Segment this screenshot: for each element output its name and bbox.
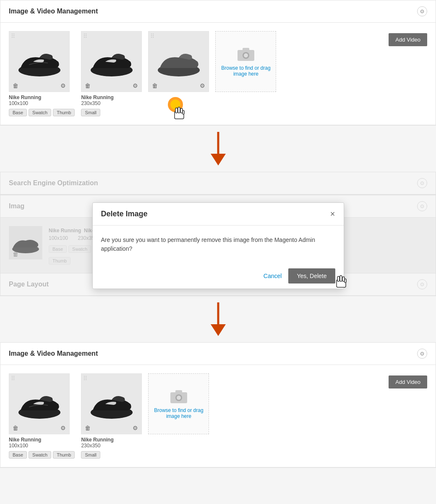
add-video-container-top: Add Video bbox=[389, 31, 427, 46]
image-placeholder-top[interactable]: Browse to find or drag image here bbox=[215, 31, 276, 92]
modal-body-text: Are you sure you want to permanently rem… bbox=[101, 236, 315, 252]
bot-tag-small-2: Small bbox=[81, 451, 100, 459]
bot-drag-handle-2[interactable] bbox=[83, 375, 87, 381]
svg-rect-19 bbox=[340, 276, 342, 281]
top-section-toggle[interactable]: ⊙ bbox=[417, 6, 427, 16]
arrow-down-1 bbox=[211, 132, 226, 165]
svg-rect-13 bbox=[243, 48, 249, 51]
modal-footer: Cancel Yes, Delete bbox=[93, 263, 344, 289]
bot-add-video-btn[interactable]: Add Video bbox=[389, 375, 427, 388]
top-section-header: Image & Video Management ⊙ bbox=[0, 0, 436, 23]
top-section-content: 🗑 ⚙ Nike Running 100x100 Base Swatch Thu… bbox=[0, 23, 436, 125]
browse-text-top: Browse to find or drag image here bbox=[216, 65, 276, 77]
middle-section: Search Engine Optimization ⊙ Imag ⊙ bbox=[0, 172, 436, 296]
image-actions-1: 🗑 ⚙ bbox=[9, 81, 69, 90]
bot-tag-swatch-1: Swatch bbox=[29, 451, 51, 459]
image-item-2: 🗑 ⚙ Nike Running 230x350 Small bbox=[81, 31, 142, 116]
modal-header: Delete Image × bbox=[93, 203, 344, 226]
settings-btn-2[interactable]: ⚙ bbox=[132, 81, 139, 90]
svg-marker-23 bbox=[211, 324, 226, 336]
delete-modal: Delete Image × Are you sure you want to … bbox=[92, 202, 344, 289]
seo-header: Search Engine Optimization ⊙ bbox=[0, 172, 436, 194]
image-item-1: 🗑 ⚙ Nike Running 100x100 Base Swatch Thu… bbox=[9, 31, 75, 116]
bot-tag-thumb-1: Thumb bbox=[53, 451, 75, 459]
cursor-delete bbox=[167, 96, 192, 127]
bot-settings-btn-2[interactable]: ⚙ bbox=[132, 424, 139, 432]
svg-point-4 bbox=[170, 100, 180, 110]
seo-section-dimmed: Search Engine Optimization ⊙ bbox=[0, 172, 436, 195]
bot-image-size-1: 100x100 bbox=[9, 443, 28, 449]
arrow-1-container bbox=[0, 126, 436, 172]
bot-camera-icon bbox=[170, 389, 188, 404]
bot-delete-btn-1[interactable]: 🗑 bbox=[12, 424, 19, 432]
image-thumb-3: 🗑 ⚙ bbox=[148, 31, 209, 92]
tag-small-2: Small bbox=[81, 109, 100, 116]
modal-title: Delete Image bbox=[101, 210, 148, 218]
svg-point-3 bbox=[168, 97, 183, 112]
svg-rect-21 bbox=[345, 279, 346, 283]
add-video-btn-top[interactable]: Add Video bbox=[389, 33, 427, 46]
svg-rect-17 bbox=[337, 280, 346, 287]
bot-image-item-1: 🗑 ⚙ Nike Running 100x100 Base Swatch Thu… bbox=[9, 373, 75, 459]
cancel-btn[interactable]: Cancel bbox=[264, 273, 282, 279]
image-actions-3: 🗑 ⚙ bbox=[149, 81, 209, 90]
drag-handle-2[interactable] bbox=[83, 33, 87, 39]
bottom-section-toggle[interactable]: ⊙ bbox=[417, 349, 427, 359]
bot-add-video-container: Add Video bbox=[389, 373, 427, 388]
svg-rect-9 bbox=[183, 110, 184, 114]
bot-browse-placeholder[interactable]: Browse to find or drag image here bbox=[148, 373, 209, 434]
bottom-section-header: Image & Video Management ⊙ bbox=[0, 343, 436, 365]
top-image-section: Image & Video Management ⊙ bbox=[0, 0, 436, 125]
bot-delete-btn-2[interactable]: 🗑 bbox=[84, 424, 91, 432]
bot-image-placeholder[interactable]: Browse to find or drag image here bbox=[148, 373, 209, 434]
delete-btn-wrapper: Yes, Delete bbox=[288, 268, 335, 284]
svg-rect-18 bbox=[337, 276, 339, 281]
modal-overlay: Delete Image × Are you sure you want to … bbox=[0, 195, 436, 296]
image-item-3: 🗑 ⚙ bbox=[148, 31, 209, 92]
bottom-image-section: Image & Video Management ⊙ bbox=[0, 342, 436, 467]
bot-image-size-2: 230x350 bbox=[81, 443, 100, 449]
bottom-section-content: 🗑 ⚙ Nike Running 100x100 Base Swatch Thu… bbox=[0, 365, 436, 467]
bot-image-item-2: 🗑 ⚙ Nike Running 230x350 Small bbox=[81, 373, 142, 459]
svg-rect-29 bbox=[175, 390, 182, 393]
bot-drag-handle-1[interactable] bbox=[11, 375, 15, 381]
settings-btn-1[interactable]: ⚙ bbox=[60, 81, 67, 90]
arrow-2-container bbox=[0, 296, 436, 342]
top-section-title: Image & Video Management bbox=[9, 8, 98, 15]
modal-close-btn[interactable]: × bbox=[330, 210, 335, 218]
delete-btn-2[interactable]: 🗑 bbox=[84, 81, 91, 90]
browse-placeholder-top[interactable]: Browse to find or drag image here bbox=[215, 31, 276, 92]
bot-image-label-2: Nike Running bbox=[81, 437, 113, 443]
settings-btn-3[interactable]: ⚙ bbox=[199, 81, 206, 90]
image-size-1: 100x100 bbox=[9, 100, 28, 106]
delete-btn-3[interactable]: 🗑 bbox=[151, 81, 159, 90]
bot-settings-btn-1[interactable]: ⚙ bbox=[60, 424, 67, 432]
bot-image-actions-2: 🗑 ⚙ bbox=[81, 424, 141, 432]
image-thumb-1: 🗑 ⚙ bbox=[9, 31, 70, 92]
yes-delete-btn[interactable]: Yes, Delete bbox=[288, 268, 335, 284]
bot-thumb-1: 🗑 ⚙ bbox=[9, 373, 70, 434]
bot-thumb-2: 🗑 ⚙ bbox=[81, 373, 142, 434]
top-image-grid: 🗑 ⚙ Nike Running 100x100 Base Swatch Thu… bbox=[9, 31, 427, 116]
svg-rect-6 bbox=[175, 108, 178, 113]
tag-base-1: Base bbox=[9, 109, 27, 116]
tag-thumb-1: Thumb bbox=[53, 109, 75, 116]
svg-point-28 bbox=[177, 396, 181, 400]
bot-image-actions-1: 🗑 ⚙ bbox=[9, 424, 69, 432]
drag-handle-3[interactable] bbox=[150, 33, 154, 39]
arrow-down-2 bbox=[211, 302, 226, 336]
bottom-image-grid: 🗑 ⚙ Nike Running 100x100 Base Swatch Thu… bbox=[9, 373, 427, 459]
tag-swatch-1: Swatch bbox=[29, 109, 51, 116]
bottom-section-title: Image & Video Management bbox=[9, 350, 98, 357]
bot-browse-text: Browse to find or drag image here bbox=[149, 407, 209, 419]
svg-rect-7 bbox=[178, 107, 180, 113]
bot-image-label-1: Nike Running bbox=[9, 437, 41, 443]
svg-marker-15 bbox=[211, 154, 226, 165]
image-tags-1: Base Swatch Thumb bbox=[9, 109, 75, 116]
delete-btn-1[interactable]: 🗑 bbox=[12, 81, 19, 90]
camera-icon-top bbox=[237, 47, 255, 62]
image-tags-2: Small bbox=[81, 109, 100, 116]
drag-handle-1[interactable] bbox=[11, 33, 15, 39]
middle-img-wrapper: Imag ⊙ bbox=[0, 195, 436, 296]
svg-rect-20 bbox=[342, 277, 345, 281]
